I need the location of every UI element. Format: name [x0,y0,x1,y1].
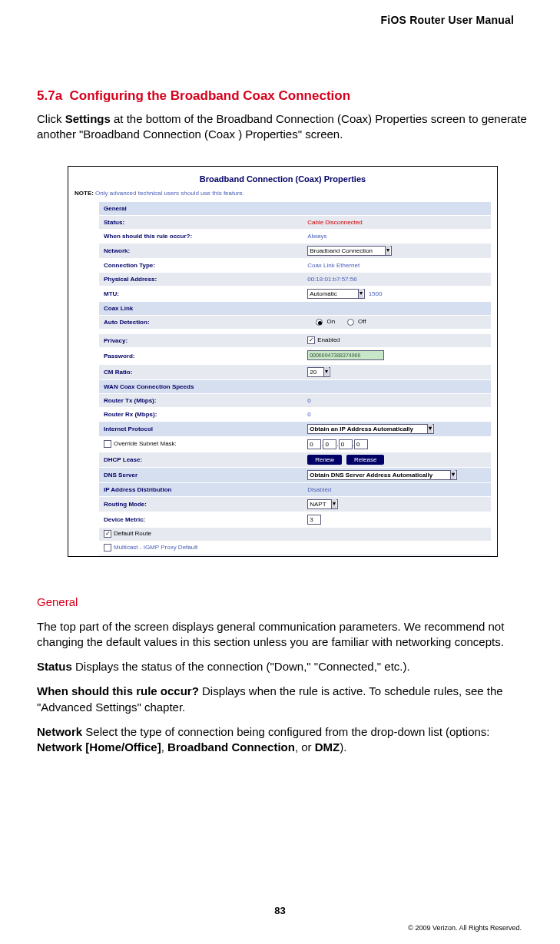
ipdist-value: Disabled [303,484,491,495]
net-t7: ). [340,740,346,754]
defroute-checkbox[interactable]: ✓ [104,530,111,538]
mtu-label: MTU: [99,288,303,300]
override-row: Override Subnet Mask: 0.0.0.0 [99,436,491,452]
net-t3: , [161,740,167,754]
priv-checkbox[interactable]: ✓ [307,336,315,344]
ip-header-row: Internet Protocol Obtain an IP Address A… [99,421,491,436]
when-term: When should this rule occur? [37,684,199,697]
rx-value: 0 [303,409,491,420]
general-subheading: General [37,595,529,608]
status-term: Status [37,660,72,673]
net-t5: , or [295,740,315,754]
oct3-input[interactable]: 0 [339,439,353,449]
metric-input[interactable]: 3 [307,515,321,525]
ip-value-cell: Obtain an IP Address Automatically [303,422,491,436]
pass-label: Password: [99,350,303,362]
note-text: Only advanced technical users should use… [94,190,244,197]
rule-label: When should this rule occur?: [99,230,303,242]
renew-button[interactable]: Renew [307,455,342,465]
priv-value: Enabled [317,336,340,343]
routing-label: Routing Mode: [99,498,303,510]
cm-value-cell: 20 [303,365,491,379]
table-area: General Status: Cable Disconnected When … [68,201,497,556]
password-input[interactable]: 00066947388374966 [307,350,384,360]
igmp-cell: Multicast - IGMP Proxy Default [99,542,491,554]
priv-label: Privacy: [99,335,303,346]
network-label: Network: [99,245,303,257]
auto-off-label: Off [358,318,366,325]
metric-value-cell: 3 [303,512,491,527]
general-paragraph: The top part of the screen displays gene… [37,619,529,651]
status-def: Displays the status of the connection ("… [72,660,410,673]
shot-title: Broadband Connection (Coax) Properties [68,171,497,188]
routing-value-cell: NAPT [303,497,491,512]
status-row: Status: Cable Disconnected [99,215,491,229]
conn-label: Connection Type: [99,260,303,271]
status-label: Status: [99,217,303,228]
net-t1: Select the type of connection being conf… [82,725,489,738]
tx-row: Router Tx (Mbps): 0 [99,393,491,407]
dhcp-value-cell: RenewRelease [303,452,491,467]
pass-row: Password: 00066947388374966 [99,347,491,364]
conn-value: Coax Link Ethernet [303,260,491,271]
general-header-row: General [99,201,491,215]
defroute-row: ✓Default Route [99,527,491,541]
net-t4: Broadband Connection [167,740,295,754]
intro-bold: Settings [65,112,111,125]
oct2-input[interactable]: 0 [323,439,336,449]
override-checkbox[interactable] [104,440,111,448]
rule-value: Always [303,230,491,242]
wan-header-row: WAN Coax Connection Speeds [99,379,491,393]
dhcp-row: DHCP Lease: RenewRelease [99,452,491,467]
auto-value-cell: On Off [303,316,491,327]
routing-row: Routing Mode: NAPT [99,496,491,512]
auto-off-radio[interactable] [347,319,354,326]
status-value: Cable Disconnected [303,217,491,228]
general-header: General [99,203,491,214]
override-value-cell: 0.0.0.0 [303,437,491,452]
when-paragraph: When should this rule occur? Displays wh… [37,684,529,715]
phys-row: Physical Address: 00:18:01:b7:57:56 [99,272,491,286]
mtu-value-cell: Automatic 1500 [303,287,491,301]
rx-row: Router Rx (Mbps): 0 [99,407,491,421]
igmp-checkbox[interactable] [104,544,111,551]
bottom-border [99,555,491,556]
coax-header-row: Coax Link [99,301,491,315]
tx-value: 0 [303,395,491,406]
oct1-input[interactable]: 0 [307,439,321,449]
igmp-label: Multicast - IGMP Proxy Default [114,544,197,551]
override-label-cell: Override Subnet Mask: [99,438,303,450]
metric-row: Device Metric: 3 [99,512,491,527]
copyright: © 2009 Verizon. All Rights Reserved. [408,924,522,932]
dns-header-row: DNS Server Obtain DNS Server Address Aut… [99,467,491,482]
intro-paragraph: Click Settings at the bottom of the Broa… [37,111,529,143]
network-value-cell: Broadband Connection [303,243,491,258]
mtu-row: MTU: Automatic 1500 [99,286,491,301]
priv-row: Privacy: ✓Enabled [99,333,491,347]
network-paragraph: Network Select the type of connection be… [37,724,529,756]
pass-value-cell: 00066947388374966 [303,348,491,364]
ip-header: Internet Protocol [99,423,303,435]
oct4-input[interactable]: 0 [354,439,368,449]
mtu-num: 1500 [369,290,383,297]
routing-select[interactable]: NAPT [307,499,338,509]
cm-select[interactable]: 20 [307,367,330,377]
network-term: Network [37,725,82,738]
auto-on-radio[interactable] [316,319,323,326]
defroute-label: Default Route [114,530,151,537]
conn-row: Connection Type: Coax Link Ethernet [99,258,491,272]
note-label: NOTE: [75,190,94,197]
phys-value: 00:18:01:b7:57:56 [303,273,491,285]
ip-select[interactable]: Obtain an IP Address Automatically [307,424,434,434]
mtu-select[interactable]: Automatic [307,289,365,299]
ipdist-header-row: IP Address Distribution Disabled [99,482,491,496]
priv-value-cell: ✓Enabled [303,334,491,346]
cm-label: CM Ratio: [99,366,303,378]
dns-select[interactable]: Obtain DNS Server Address Automatically [307,470,457,480]
dns-header: DNS Server [99,469,303,481]
release-button[interactable]: Release [346,455,384,465]
rx-label: Router Rx (Mbps): [99,409,303,420]
content-area: 5.7a Configuring the Broadband Coax Conn… [37,88,529,764]
metric-label: Device Metric: [99,514,303,525]
network-select[interactable]: Broadband Connection [307,246,392,256]
